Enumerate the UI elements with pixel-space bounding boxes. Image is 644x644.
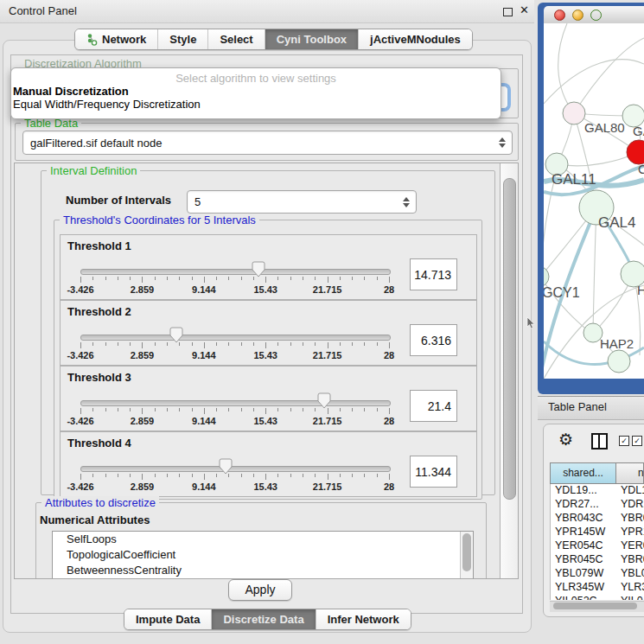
- threshold-1-value-field[interactable]: 14.713: [410, 258, 457, 290]
- tick-mark: [92, 277, 93, 280]
- node-gcy1[interactable]: [544, 266, 549, 287]
- tick-mark: [389, 408, 390, 414]
- tab-infer-network[interactable]: Infer Network: [316, 609, 411, 629]
- tick-mark: [290, 277, 291, 280]
- threshold-3-slider[interactable]: -3.4262.8599.14415.4321.71528: [80, 391, 389, 430]
- cell-name[interactable]: YPR1: [621, 526, 644, 539]
- tick-mark: [142, 342, 143, 348]
- slider-tick-labels: -3.4262.8599.14415.4321.71528: [80, 284, 389, 296]
- minimize-traffic-light[interactable]: [572, 10, 583, 21]
- cell-shared-name[interactable]: YBR043C: [551, 512, 621, 526]
- slider-track[interactable]: [80, 400, 391, 406]
- tab-jactivemnodules[interactable]: jActiveMNodules: [359, 29, 472, 49]
- table-hscrollbar-thumb[interactable]: [553, 603, 637, 609]
- network-graph: GAL80 GA GAL11 C GAL4 GCY1 H HAP2: [544, 23, 644, 379]
- tab-style[interactable]: Style: [158, 29, 208, 49]
- gear-icon[interactable]: ⚙: [558, 430, 573, 450]
- tab-cyni-toolbox[interactable]: Cyni Toolbox: [265, 29, 359, 49]
- tick-mark: [105, 342, 106, 346]
- tick-mark: [377, 277, 378, 280]
- cell-name[interactable]: YBL0: [621, 567, 644, 581]
- table-row[interactable]: YLR345WYLR3: [551, 581, 644, 595]
- tick-mark: [315, 342, 316, 346]
- node-bottom[interactable]: [608, 350, 630, 373]
- table-row[interactable]: YIL052CYIL0: [551, 595, 644, 600]
- tick-mark: [204, 277, 205, 283]
- algorithm-option-equal-width[interactable]: Equal Width/Frequency Discretization: [11, 98, 501, 111]
- tick-mark: [216, 277, 217, 280]
- threshold-4-value-field[interactable]: 11.344: [410, 456, 457, 488]
- network-canvas[interactable]: GAL80 GA GAL11 C GAL4 GCY1 H HAP2: [544, 23, 644, 379]
- node-gal80[interactable]: [563, 102, 585, 124]
- threshold-2-slider[interactable]: -3.4262.8599.14415.4321.71528: [80, 325, 389, 365]
- slider-thumb[interactable]: [317, 392, 331, 410]
- table-row[interactable]: YBR045CYBR0: [551, 553, 644, 567]
- float-window-icon[interactable]: [503, 8, 513, 16]
- cell-shared-name[interactable]: YER054C: [551, 539, 621, 553]
- cell-name[interactable]: YBR0: [621, 512, 644, 526]
- select-all-checkbox-icon-2[interactable]: ✓: [632, 436, 642, 446]
- close-traffic-light[interactable]: [554, 10, 565, 21]
- number-of-intervals-value: 5: [188, 195, 400, 208]
- number-of-intervals-combobox[interactable]: 5: [187, 190, 417, 214]
- cell-shared-name[interactable]: YBL079W: [551, 567, 621, 581]
- cell-name[interactable]: YDL1: [621, 484, 644, 498]
- cell-name[interactable]: YBR0: [621, 553, 644, 567]
- cell-shared-name[interactable]: YDL19...: [551, 484, 621, 498]
- attributes-list-scrollbar[interactable]: [460, 532, 473, 579]
- attributes-list-items: SelfLoopsTopologicalCoefficientBetweenne…: [53, 532, 461, 579]
- attributes-scrollbar-thumb[interactable]: [462, 533, 471, 571]
- tick-mark: [179, 277, 180, 280]
- tick-mark: [80, 277, 81, 283]
- close-icon[interactable]: ✕: [520, 3, 529, 16]
- numerical-attributes-list[interactable]: SelfLoopsTopologicalCoefficientBetweenne…: [52, 531, 474, 579]
- tab-network[interactable]: Network: [75, 29, 158, 49]
- network-window-titlebar[interactable]: [544, 6, 644, 24]
- list-item[interactable]: SelfLoops: [53, 532, 461, 547]
- cell-name[interactable]: YDR2: [621, 498, 644, 512]
- list-item[interactable]: TopologicalCoefficient: [53, 547, 461, 563]
- cell-name[interactable]: YLR3: [621, 581, 644, 595]
- columns-icon[interactable]: [591, 433, 608, 450]
- column-header-name[interactable]: n: [616, 463, 643, 483]
- tick-mark: [228, 342, 229, 346]
- slider-track[interactable]: [80, 466, 391, 472]
- threshold-3-value-field[interactable]: 21.4: [410, 390, 457, 422]
- threshold-2-value-field[interactable]: 6.316: [410, 324, 457, 356]
- table-row[interactable]: YDR27...YDR2: [551, 498, 644, 512]
- apply-button[interactable]: Apply: [228, 579, 292, 601]
- threshold-4-slider[interactable]: -3.4262.8599.14415.4321.71528: [80, 456, 389, 496]
- slider-thumb[interactable]: [252, 261, 265, 278]
- tab-select[interactable]: Select: [208, 29, 265, 49]
- zoom-traffic-light[interactable]: [590, 10, 602, 21]
- slider-thumb[interactable]: [169, 327, 183, 344]
- settings-vertical-scrollbar[interactable]: [500, 163, 518, 578]
- select-all-checkbox-icon[interactable]: ✓: [619, 436, 629, 446]
- table-row[interactable]: YPR145WYPR1: [551, 526, 644, 539]
- column-header-shared-name[interactable]: shared...: [551, 463, 616, 483]
- number-of-intervals-label: Number of Intervals: [66, 194, 171, 207]
- settings-scrollbar-thumb[interactable]: [503, 178, 516, 500]
- table-row[interactable]: YER054CYER0: [551, 539, 644, 553]
- table-row[interactable]: YBL079WYBL0: [551, 567, 644, 581]
- node-red[interactable]: [627, 140, 644, 164]
- threshold-1-slider[interactable]: -3.4262.8599.14415.4321.71528: [80, 259, 389, 299]
- cell-shared-name[interactable]: YLR345W: [551, 581, 621, 595]
- slider-track[interactable]: [80, 335, 391, 341]
- slider-track[interactable]: [80, 269, 391, 275]
- tick-mark: [204, 342, 205, 348]
- cell-shared-name[interactable]: YDR27...: [551, 498, 621, 512]
- algorithm-option-manual[interactable]: Manual Discretization: [11, 85, 501, 98]
- table-row[interactable]: YBR043CYBR0: [551, 512, 644, 526]
- cell-shared-name[interactable]: YBR045C: [551, 553, 621, 567]
- cell-name[interactable]: YIL0: [621, 595, 644, 600]
- table-data-combobox[interactable]: galFiltered.sif default node: [22, 131, 513, 155]
- cell-name[interactable]: YER0: [621, 539, 644, 553]
- tab-impute-data[interactable]: Impute Data: [124, 609, 212, 629]
- cell-shared-name[interactable]: YIL052C: [551, 595, 621, 600]
- slider-thumb[interactable]: [219, 458, 233, 475]
- cell-shared-name[interactable]: YPR145W: [551, 526, 621, 539]
- tab-discretize-data[interactable]: Discretize Data: [212, 609, 316, 629]
- list-item[interactable]: BetweennessCentrality: [53, 563, 461, 578]
- table-row[interactable]: YDL19...YDL1: [551, 484, 644, 498]
